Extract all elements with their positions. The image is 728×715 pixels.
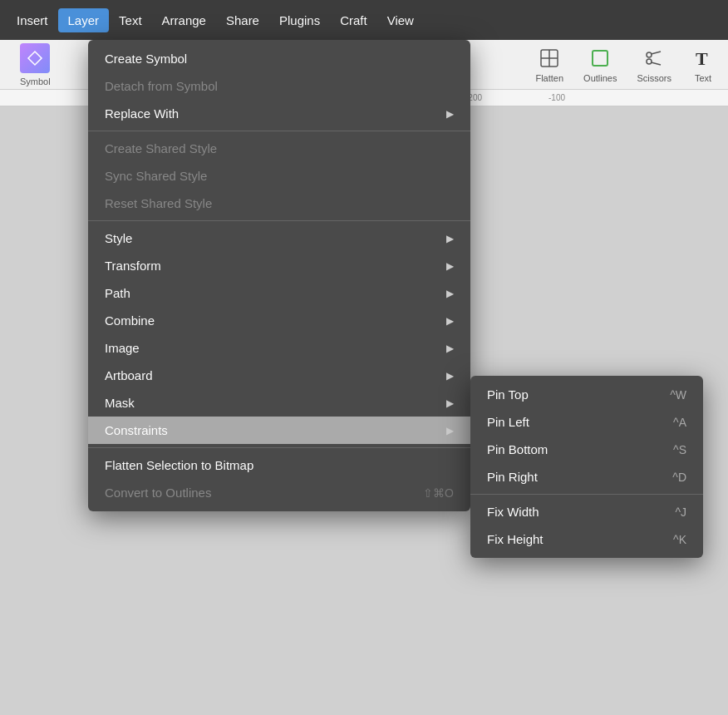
transform-arrow: ▶: [446, 260, 454, 272]
menubar-item-text[interactable]: Text: [109, 8, 152, 32]
mask-arrow: ▶: [446, 397, 454, 409]
toolbar-text[interactable]: T Text: [691, 47, 715, 83]
style-arrow: ▶: [446, 233, 454, 244]
outlines-icon: [588, 47, 612, 70]
menubar-item-view[interactable]: View: [377, 8, 424, 32]
flatten-label: Flatten: [535, 73, 563, 83]
svg-point-6: [647, 59, 652, 64]
menu-item-image[interactable]: Image ▶: [88, 334, 470, 362]
menu-item-constraints[interactable]: Constraints ▶: [88, 417, 470, 444]
submenu-separator-1: [470, 494, 703, 495]
menu-item-flatten-selection[interactable]: Flatten Selection to Bitmap: [88, 451, 470, 479]
menubar-item-insert[interactable]: Insert: [7, 8, 58, 32]
menubar-item-arrange[interactable]: Arrange: [152, 8, 216, 32]
submenu-item-fix-height[interactable]: Fix Height ^K: [470, 525, 703, 553]
toolbar-symbol[interactable]: Symbol: [20, 43, 51, 86]
artboard-arrow: ▶: [446, 370, 454, 382]
svg-line-7: [652, 52, 662, 54]
separator-3: [88, 447, 470, 448]
menubar-item-share[interactable]: Share: [216, 8, 269, 32]
constraints-submenu: Pin Top ^W Pin Left ^A Pin Bottom ^S Pin…: [470, 376, 703, 558]
svg-point-5: [647, 52, 652, 57]
menubar: Insert Layer Text Arrange Share Plugins …: [0, 0, 728, 40]
menu-item-detach-symbol: Detach from Symbol: [88, 72, 470, 100]
flatten-icon: [538, 47, 561, 70]
scissors-icon: [642, 47, 666, 70]
menu-item-combine[interactable]: Combine ▶: [88, 307, 470, 334]
menu-item-reset-shared-style: Reset Shared Style: [88, 190, 470, 217]
symbol-label: Symbol: [20, 76, 51, 86]
menu-item-create-shared-style: Create Shared Style: [88, 135, 470, 162]
submenu-item-fix-width[interactable]: Fix Width ^J: [470, 498, 703, 525]
submenu-item-pin-left[interactable]: Pin Left ^A: [470, 408, 703, 436]
menu-item-mask[interactable]: Mask ▶: [88, 389, 470, 417]
combine-arrow: ▶: [446, 315, 454, 327]
menu-item-artboard[interactable]: Artboard ▶: [88, 362, 470, 389]
outlines-label: Outlines: [583, 73, 617, 83]
svg-line-8: [652, 62, 662, 65]
menu-item-convert-outlines: Convert to Outlines ⇧⌘O: [88, 479, 470, 506]
constraints-arrow: ▶: [446, 425, 454, 436]
layer-dropdown-menu: Create Symbol Detach from Symbol Replace…: [88, 40, 470, 511]
menubar-item-plugins[interactable]: Plugins: [269, 8, 330, 32]
pin-bottom-shortcut: ^S: [673, 443, 686, 456]
menubar-item-layer[interactable]: Layer: [58, 8, 110, 32]
path-arrow: ▶: [446, 288, 454, 299]
menu-item-style[interactable]: Style ▶: [88, 224, 470, 252]
fix-width-shortcut: ^J: [675, 505, 686, 519]
toolbar-outlines[interactable]: Outlines: [583, 47, 617, 83]
menu-item-transform[interactable]: Transform ▶: [88, 252, 470, 279]
separator-1: [88, 131, 470, 131]
scissors-label: Scissors: [637, 73, 671, 83]
menu-item-replace-with[interactable]: Replace With ▶: [88, 100, 470, 127]
pin-left-shortcut: ^A: [673, 416, 686, 429]
menu-item-create-symbol[interactable]: Create Symbol: [88, 45, 470, 72]
ruler-marker-2: -100: [548, 93, 565, 102]
menu-item-path[interactable]: Path ▶: [88, 279, 470, 307]
submenu-item-pin-right[interactable]: Pin Right ^D: [470, 463, 703, 491]
separator-2: [88, 220, 470, 221]
pin-right-shortcut: ^D: [672, 471, 686, 484]
text-label: Text: [695, 73, 711, 83]
svg-marker-0: [28, 52, 42, 65]
fix-height-shortcut: ^K: [673, 533, 686, 546]
pin-top-shortcut: ^W: [670, 388, 686, 402]
toolbar-scissors[interactable]: Scissors: [637, 47, 671, 83]
svg-text:T: T: [696, 48, 708, 69]
submenu-item-pin-top[interactable]: Pin Top ^W: [470, 381, 703, 408]
menu-item-sync-shared-style: Sync Shared Style: [88, 162, 470, 190]
replace-with-arrow: ▶: [446, 108, 454, 120]
text-icon: T: [691, 47, 715, 70]
toolbar-flatten[interactable]: Flatten: [535, 47, 563, 83]
submenu-item-pin-bottom[interactable]: Pin Bottom ^S: [470, 436, 703, 463]
svg-rect-4: [593, 51, 607, 66]
menubar-item-craft[interactable]: Craft: [330, 8, 377, 32]
symbol-icon: [20, 43, 50, 73]
convert-outlines-shortcut: ⇧⌘O: [423, 486, 454, 500]
image-arrow: ▶: [446, 343, 454, 354]
